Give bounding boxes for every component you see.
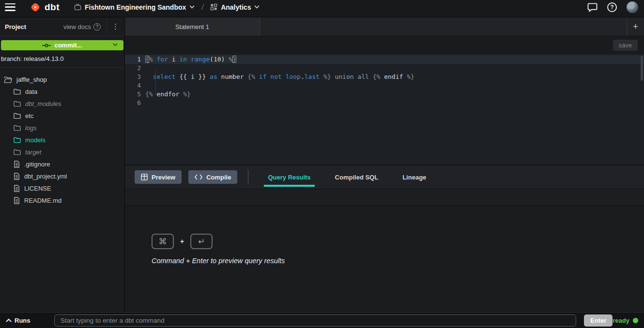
file-icon <box>14 161 20 168</box>
commit-chevron-down-icon <box>113 43 118 46</box>
status-label: ready <box>613 317 629 324</box>
tree-item-jaffle-shop[interactable]: jaffle_shop <box>0 74 124 86</box>
status-indicator: ready <box>613 317 638 324</box>
chat-icon[interactable] <box>587 2 598 12</box>
tree-item-label: README.md <box>24 197 61 204</box>
folder-icon <box>14 149 21 155</box>
results-body: ⌘ + ↵ Command + Enter to preview query r… <box>125 206 644 312</box>
environment-switcher-label: Analytics <box>221 3 251 11</box>
tree-item-label: dbt_project.yml <box>24 173 67 180</box>
folder-icon <box>14 125 21 131</box>
folder-icon <box>14 89 21 95</box>
user-avatar[interactable] <box>627 1 638 13</box>
command-key-icon: ⌘ <box>152 234 174 249</box>
tree-item-label: jaffle_shop <box>16 76 47 83</box>
results-tab-query-results[interactable]: Query Results <box>259 165 319 189</box>
docs-help-icon: ? <box>93 23 101 30</box>
editor-scrollbar[interactable] <box>641 56 643 81</box>
indent-guide <box>155 70 156 96</box>
results-panel: Preview Compile Query ResultsCompiled SQ… <box>125 165 644 312</box>
runs-label: Runs <box>15 317 31 324</box>
file-icon <box>14 173 20 180</box>
dbt-logo[interactable]: dbt <box>29 1 60 14</box>
line-number: 3 <box>125 73 145 81</box>
file-tree: jaffle_shopdatadbt_modulesetclogsmodelst… <box>0 68 124 207</box>
tree-item-license[interactable]: LICENSE <box>0 182 124 194</box>
tree-item-dbt-project-yml[interactable]: dbt_project.yml <box>0 170 124 182</box>
preview-button-label: Preview <box>152 174 175 181</box>
line-number: 5 <box>125 90 145 99</box>
tree-item-label: target <box>25 149 41 156</box>
tree-item--gitignore[interactable]: .gitignore <box>0 158 124 170</box>
help-icon[interactable]: ? <box>607 2 617 12</box>
table-icon <box>141 174 148 180</box>
code-line-6: 6 <box>125 99 644 107</box>
line-number: 6 <box>125 99 145 107</box>
return-key-icon: ↵ <box>190 234 213 249</box>
tree-item-label: LICENSE <box>24 185 51 192</box>
commit-button[interactable]: commit... <box>1 40 123 50</box>
code-line-1: 1{% for i in range(10) %} <box>125 55 644 64</box>
top-bar: dbt Fishtown Engineering Sandbox / Analy… <box>0 0 644 17</box>
preview-button[interactable]: Preview <box>135 170 182 184</box>
code-text: {% for i in range(10) %} <box>145 55 236 64</box>
tab-statement-1[interactable]: Statement 1 <box>125 17 260 36</box>
chevron-down-icon <box>254 5 260 9</box>
save-button[interactable]: save <box>613 40 638 51</box>
folder-open-icon <box>4 76 12 83</box>
tree-item-logs[interactable]: logs <box>0 122 124 134</box>
briefcase-icon <box>74 3 81 11</box>
file-icon <box>14 185 20 192</box>
sidebar-title: Project <box>5 23 26 30</box>
command-bar: Runs Enter ready <box>0 312 644 328</box>
tree-item-dbt-modules[interactable]: dbt_modules <box>0 98 124 110</box>
chevron-down-icon <box>189 5 195 9</box>
tree-item-label: .gitignore <box>24 161 50 168</box>
dbt-command-input[interactable] <box>54 314 576 327</box>
enter-button[interactable]: Enter <box>584 314 613 327</box>
dbt-logo-icon <box>29 1 42 14</box>
git-commit-icon <box>42 43 51 48</box>
grid-icon <box>210 3 217 11</box>
branch-label: branch: release/4.13.0 <box>0 50 124 62</box>
compile-button[interactable]: Compile <box>188 170 237 184</box>
tree-item-target[interactable]: target <box>0 146 124 158</box>
runs-toggle[interactable]: Runs <box>6 317 54 324</box>
hamburger-menu-icon[interactable] <box>5 3 15 11</box>
tree-item-etc[interactable]: etc <box>0 110 124 122</box>
folder-icon <box>14 137 21 143</box>
environment-switcher[interactable]: Analytics <box>210 3 260 11</box>
sidebar-kebab-menu-icon[interactable]: ⋮ <box>107 22 124 31</box>
statement-tab-bar: Statement 1 + <box>125 17 644 36</box>
results-subheader <box>125 189 644 206</box>
line-number: 2 <box>125 64 145 73</box>
folder-icon <box>14 113 21 119</box>
code-icon <box>195 174 202 180</box>
results-tabs: Query ResultsCompiled SQLLineage <box>259 165 435 189</box>
commit-button-label: commit... <box>54 42 82 49</box>
status-dot <box>633 318 638 323</box>
compile-button-label: Compile <box>206 174 231 181</box>
line-number: 1 <box>125 55 145 64</box>
code-line-2: 2 <box>125 64 644 73</box>
code-line-4: 4 <box>125 81 644 90</box>
tree-item-label: models <box>25 136 46 144</box>
preview-hint-text: Command + Enter to preview query results <box>152 257 644 265</box>
results-tab-lineage[interactable]: Lineage <box>394 165 435 189</box>
tree-item-readme-md[interactable]: README.md <box>0 194 124 207</box>
code-line-3: 3 select {{ i }} as number {% if not loo… <box>125 73 644 81</box>
results-tab-compiled-sql[interactable]: Compiled SQL <box>326 165 387 189</box>
dbt-cloud-ide: dbt Fishtown Engineering Sandbox / Analy… <box>0 0 644 328</box>
project-switcher[interactable]: Fishtown Engineering Sandbox <box>74 3 195 11</box>
view-docs-link[interactable]: view docs ? <box>63 23 107 30</box>
tree-item-label: dbt_modules <box>25 100 61 107</box>
file-explorer-sidebar: Project view docs ? ⋮ <box>0 17 125 312</box>
code-editor[interactable]: 1{% for i in range(10) %}23 select {{ i … <box>125 54 644 165</box>
results-toolbar: Preview Compile Query ResultsCompiled SQ… <box>125 165 644 189</box>
chevron-up-icon <box>6 318 12 322</box>
tree-item-data[interactable]: data <box>0 86 124 98</box>
new-tab-button[interactable]: + <box>627 17 644 36</box>
project-switcher-label: Fishtown Engineering Sandbox <box>85 3 186 11</box>
tree-item-models[interactable]: models <box>0 134 124 146</box>
code-text: {% endfor %} <box>145 90 191 99</box>
